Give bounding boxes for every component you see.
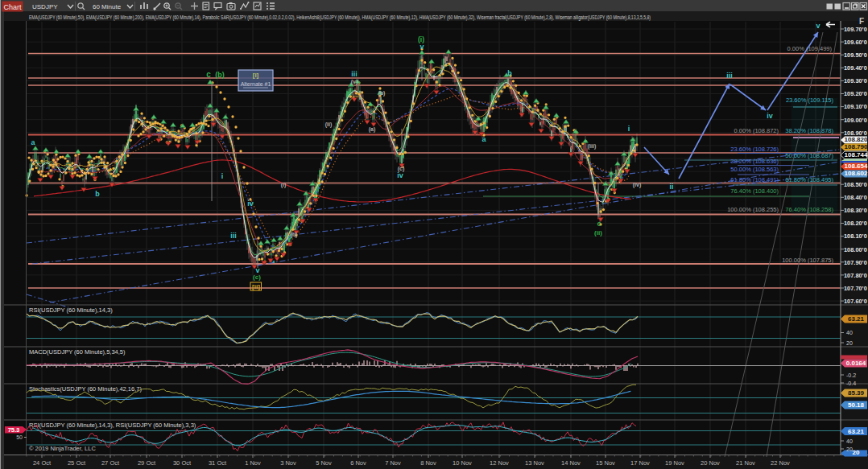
svg-text:50.00% (108.563): 50.00% (108.563) — [730, 166, 779, 173]
svg-text:1 Nov: 1 Nov — [245, 459, 261, 467]
svg-text:40: 40 — [846, 330, 853, 335]
svg-text:5 Nov: 5 Nov — [316, 459, 332, 467]
svg-text:25 Oct: 25 Oct — [68, 459, 86, 467]
svg-text:(iv): (iv) — [633, 182, 642, 188]
svg-text:MACD(USDJPY (60 Minute),5,34,5: MACD(USDJPY (60 Minute),5,34,5) — [29, 348, 126, 356]
svg-text:109.10’0: 109.10’0 — [844, 103, 867, 110]
svg-text:108.40’0: 108.40’0 — [844, 194, 867, 201]
svg-text:-0.2: -0.2 — [846, 372, 856, 378]
svg-text:F: F — [859, 17, 864, 26]
svg-text:20: 20 — [853, 449, 860, 456]
svg-text:(ii): (ii) — [291, 232, 298, 238]
svg-text:12 Nov: 12 Nov — [490, 459, 509, 467]
svg-text:108.820: 108.820 — [845, 136, 868, 143]
svg-text:107.70’0: 107.70’0 — [844, 285, 867, 292]
svg-text:v: v — [816, 22, 820, 30]
svg-text:38.20% (108.878): 38.20% (108.878) — [785, 127, 833, 134]
svg-text:iv: iv — [397, 171, 403, 179]
svg-text:iv: iv — [767, 112, 773, 120]
svg-text:63.21: 63.21 — [848, 315, 865, 323]
svg-text:21 Nov: 21 Nov — [736, 459, 755, 467]
svg-text:109.00’0: 109.00’0 — [844, 117, 867, 124]
svg-text:50.00% (108.687): 50.00% (108.687) — [785, 152, 833, 159]
svg-text:109.60’0: 109.60’0 — [844, 39, 867, 46]
svg-text:108.10’0: 108.10’0 — [844, 232, 867, 240]
svg-text:(b): (b) — [215, 71, 225, 79]
svg-text:108.50’0: 108.50’0 — [844, 181, 867, 188]
svg-text:(ii): (ii) — [594, 229, 602, 237]
svg-text:108.90’0: 108.90’0 — [844, 130, 867, 137]
svg-text:108.00’0: 108.00’0 — [844, 246, 867, 253]
svg-text:40: 40 — [846, 438, 853, 444]
svg-text:108.30’0: 108.30’0 — [844, 207, 867, 214]
svg-text:60 Minute: 60 Minute — [93, 3, 122, 10]
svg-text:Alternate #1: Alternate #1 — [241, 81, 271, 87]
svg-text:20: 20 — [846, 340, 853, 346]
svg-text:b: b — [507, 69, 512, 77]
svg-text:EMA(USDJPY (60 Minute),50), EM: EMA(USDJPY (60 Minute),50), EMA(USDJPY (… — [29, 14, 651, 21]
svg-text:(c): (c) — [253, 274, 261, 281]
svg-text:0.00% (108.872): 0.00% (108.872) — [734, 127, 779, 134]
svg-text:i: i — [628, 125, 630, 133]
svg-text:23.60% (108.726): 23.60% (108.726) — [730, 146, 779, 153]
svg-text:29 Oct: 29 Oct — [138, 459, 156, 467]
svg-text:107.80’0: 107.80’0 — [844, 272, 867, 279]
svg-text:© 2019 NinjaTrader, LLC: © 2019 NinjaTrader, LLC — [29, 445, 96, 452]
svg-text:17 Nov: 17 Nov — [630, 459, 650, 467]
svg-text:14 Nov: 14 Nov — [561, 459, 581, 467]
svg-text:RSI(USDJPY (60 Minute),14,3): RSI(USDJPY (60 Minute),14,3) — [29, 306, 113, 314]
svg-text:(b): (b) — [378, 90, 386, 97]
svg-text:75.3: 75.3 — [8, 426, 20, 434]
svg-text:(iii): (iii) — [588, 143, 597, 150]
svg-text:100.00% (108.255): 100.00% (108.255) — [727, 206, 779, 213]
svg-text:100.00% (107.875): 100.00% (107.875) — [782, 257, 833, 264]
svg-text:c: c — [206, 70, 211, 79]
svg-text:20: 20 — [846, 446, 853, 452]
svg-text:iii: iii — [726, 72, 733, 80]
svg-text:[i]: [i] — [253, 72, 259, 79]
svg-text:38.20% (108.636): 38.20% (108.636) — [730, 158, 779, 165]
svg-text:108.790: 108.790 — [845, 143, 868, 150]
svg-text:109.40’0: 109.40’0 — [844, 64, 867, 72]
svg-text:[ii]: [ii] — [252, 283, 260, 290]
svg-text:(a): (a) — [369, 126, 376, 133]
svg-text:USDJPY: USDJPY — [32, 3, 58, 10]
svg-text:109.70’0: 109.70’0 — [844, 26, 867, 33]
svg-text:b: b — [95, 190, 100, 198]
svg-text:iii: iii — [230, 232, 237, 240]
svg-text:109.50’0: 109.50’0 — [844, 51, 867, 59]
svg-text:108.654: 108.654 — [845, 163, 868, 170]
svg-text:0.00% (109.499): 0.00% (109.499) — [787, 45, 833, 52]
svg-text:27 Oct: 27 Oct — [101, 459, 120, 467]
svg-text:13 Nov: 13 Nov — [525, 459, 544, 467]
svg-text:23.60% (109.115): 23.60% (109.115) — [786, 97, 834, 104]
svg-text:iii: iii — [351, 70, 358, 78]
svg-text:85.39: 85.39 — [848, 389, 865, 397]
svg-text:63.21: 63.21 — [848, 428, 865, 435]
svg-text:Chart: Chart — [3, 3, 22, 11]
svg-text:24 Oct: 24 Oct — [33, 459, 52, 467]
svg-text:61.80% (108.495): 61.80% (108.495) — [785, 176, 833, 183]
svg-text:61.80% (108.491): 61.80% (108.491) — [730, 176, 779, 183]
svg-text:c: c — [597, 220, 601, 228]
svg-text:10 Nov: 10 Nov — [453, 459, 472, 467]
svg-text:22 Nov: 22 Nov — [771, 459, 790, 467]
svg-text:109.20’0: 109.20’0 — [844, 90, 867, 97]
svg-text:-0.4: -0.4 — [846, 381, 856, 386]
svg-text:8 Nov: 8 Nov — [420, 459, 436, 467]
svg-text:108.744: 108.744 — [845, 151, 868, 158]
svg-text:108.20’0: 108.20’0 — [844, 220, 867, 227]
svg-text:i: i — [221, 172, 224, 180]
svg-text:108.602: 108.602 — [845, 170, 868, 177]
svg-text:76.40% (108.400): 76.40% (108.400) — [730, 187, 779, 195]
svg-text:76.40% (108.258): 76.40% (108.258) — [785, 206, 833, 213]
svg-text:107.90’0: 107.90’0 — [844, 259, 867, 266]
svg-text:(v): (v) — [351, 79, 358, 85]
svg-text:0.0164: 0.0164 — [846, 360, 866, 367]
svg-text:3 Nov: 3 Nov — [280, 459, 296, 467]
svg-text:(i): (i) — [281, 182, 287, 188]
svg-text:6 Nov: 6 Nov — [350, 459, 366, 467]
svg-text:50.18: 50.18 — [848, 401, 865, 409]
svg-text:109.30’0: 109.30’0 — [844, 77, 867, 84]
svg-text:20 Nov: 20 Nov — [701, 459, 720, 467]
